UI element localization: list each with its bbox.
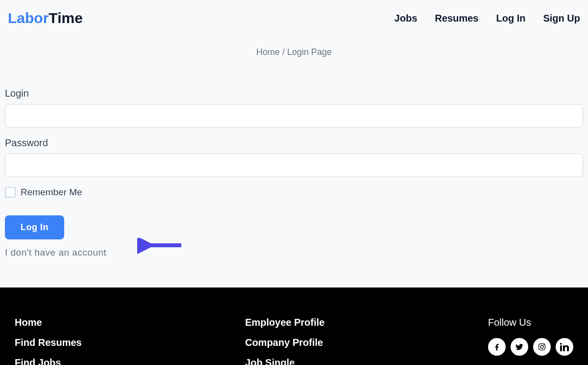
footer-col-2: Employee Profile Company Profile Job Sin…: [245, 317, 324, 365]
remember-checkbox[interactable]: [5, 187, 16, 198]
footer-col-1: Home Find Resumes Find Jobs: [15, 317, 82, 365]
header: LaborTime Jobs Resumes Log In Sign Up: [0, 0, 588, 36]
login-label: Login: [5, 88, 583, 99]
facebook-icon[interactable]: [488, 338, 506, 356]
logo[interactable]: LaborTime: [8, 10, 83, 26]
remember-label: Remember Me: [21, 187, 82, 198]
footer-link-home[interactable]: Home: [15, 317, 82, 328]
nav-login[interactable]: Log In: [496, 13, 525, 24]
footer-link-company-profile[interactable]: Company Profile: [245, 337, 324, 348]
main-nav: Jobs Resumes Log In Sign Up: [394, 13, 580, 24]
footer-link-find-resumes[interactable]: Find Resumes: [15, 337, 82, 348]
nav-jobs[interactable]: Jobs: [394, 13, 417, 24]
logo-part-2: Time: [49, 10, 82, 26]
breadcrumb-home[interactable]: Home: [256, 47, 280, 57]
footer: Home Find Resumes Find Jobs Employee Pro…: [0, 287, 588, 365]
social-icons: [488, 338, 573, 356]
twitter-icon[interactable]: [511, 338, 528, 356]
breadcrumb-current: Login Page: [287, 47, 332, 57]
footer-link-employee-profile[interactable]: Employee Profile: [245, 317, 324, 328]
no-account-link[interactable]: I don't have an account: [5, 247, 583, 258]
footer-link-job-single[interactable]: Job Single: [245, 357, 324, 365]
footer-social: Follow Us: [488, 317, 573, 365]
password-label: Password: [5, 137, 583, 149]
login-input[interactable]: [5, 104, 583, 128]
breadcrumb-separator: /: [280, 47, 287, 57]
breadcrumb: Home / Login Page: [0, 36, 588, 68]
remember-row: Remember Me: [5, 187, 583, 198]
login-button[interactable]: Log In: [5, 215, 64, 239]
nav-signup[interactable]: Sign Up: [543, 13, 580, 24]
password-input[interactable]: [5, 154, 583, 177]
footer-link-find-jobs[interactable]: Find Jobs: [15, 357, 82, 365]
logo-part-1: Labor: [8, 10, 49, 26]
nav-resumes[interactable]: Resumes: [435, 13, 479, 24]
instagram-icon[interactable]: [533, 338, 551, 356]
login-form: Login Password Remember Me Log In I don'…: [0, 68, 588, 273]
follow-label: Follow Us: [488, 317, 573, 328]
linkedin-icon[interactable]: [556, 338, 573, 356]
